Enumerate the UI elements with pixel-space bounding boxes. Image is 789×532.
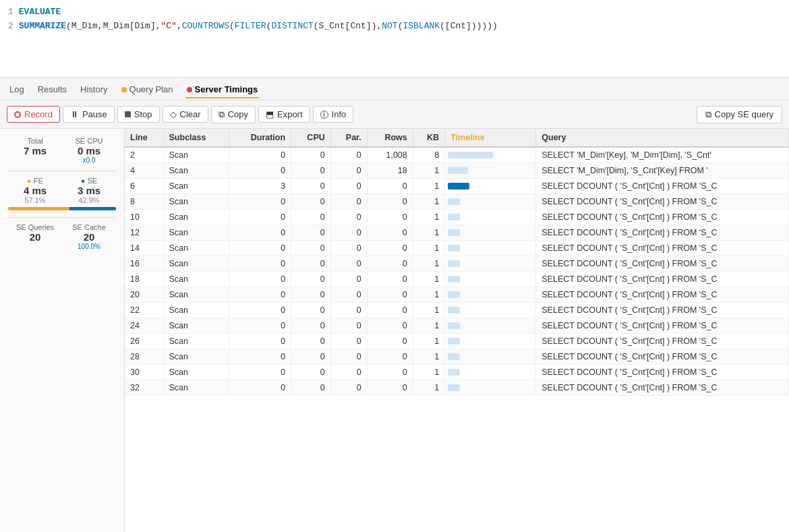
cell-rows: 0 bbox=[367, 303, 413, 318]
cell-duration: 0 bbox=[229, 318, 291, 334]
cell-line: 30 bbox=[125, 365, 163, 380]
cell-subclass: Scan bbox=[163, 225, 229, 241]
table-header-row: Line Subclass Duration CPU Par. Rows KB … bbox=[125, 129, 789, 147]
cell-query: SELECT DCOUNT ( 'S_Cnt'[Cnt] ) FROM 'S_C bbox=[536, 318, 789, 334]
table-row[interactable]: 30 Scan 0 0 0 0 1 SELECT DCOUNT ( 'S_Cnt… bbox=[125, 365, 789, 380]
table-row[interactable]: 2 Scan 0 0 0 1,008 8 SELECT 'M_Dim'[Key]… bbox=[125, 147, 789, 163]
record-button[interactable]: Record bbox=[7, 106, 60, 123]
cell-kb: 1 bbox=[413, 272, 444, 287]
cell-rows: 1,008 bbox=[367, 147, 413, 163]
table-row[interactable]: 28 Scan 0 0 0 0 1 SELECT DCOUNT ( 'S_Cnt… bbox=[125, 349, 789, 365]
record-label: Record bbox=[24, 109, 53, 119]
cell-duration: 0 bbox=[229, 303, 291, 318]
cell-timeline bbox=[445, 318, 536, 334]
se-cache-pct: 100.0% bbox=[62, 243, 116, 250]
table-row[interactable]: 6 Scan 3 0 0 0 1 SELECT DCOUNT ( 'S_Cnt'… bbox=[125, 179, 789, 194]
table-row[interactable]: 24 Scan 0 0 0 0 1 SELECT DCOUNT ( 'S_Cnt… bbox=[125, 318, 789, 334]
export-label: Export bbox=[277, 109, 303, 119]
cell-line: 8 bbox=[125, 194, 163, 210]
tab-query-plan[interactable]: Query Plan bbox=[120, 82, 175, 98]
table-row[interactable]: 32 Scan 0 0 0 0 1 SELECT DCOUNT ( 'S_Cnt… bbox=[125, 380, 789, 396]
cell-timeline bbox=[445, 163, 536, 179]
cell-query: SELECT DCOUNT ( 'S_Cnt'[Cnt] ) FROM 'S_C bbox=[536, 334, 789, 349]
cell-kb: 1 bbox=[413, 287, 444, 303]
cell-duration: 0 bbox=[229, 365, 291, 380]
info-label: Info bbox=[332, 109, 347, 119]
cell-subclass: Scan bbox=[163, 303, 229, 318]
tabs-bar: Log Results History Query Plan Server Ti… bbox=[0, 78, 789, 100]
cell-query: SELECT DCOUNT ( 'S_Cnt'[Cnt] ) FROM 'S_C bbox=[536, 365, 789, 380]
fe-se-row: ● FE 4 ms 57.1% ● SE 3 ms 42.9% bbox=[8, 177, 116, 204]
se-progress bbox=[69, 207, 116, 210]
copy-se-icon: ⧉ bbox=[705, 109, 711, 120]
cell-timeline bbox=[445, 194, 536, 210]
tab-server-timings[interactable]: Server Timings bbox=[185, 82, 260, 98]
cell-timeline bbox=[445, 179, 536, 194]
cell-cpu: 0 bbox=[291, 380, 331, 396]
cell-par: 0 bbox=[330, 287, 367, 303]
cell-subclass: Scan bbox=[163, 163, 229, 179]
se-cpu-label: SE CPU bbox=[62, 137, 116, 145]
cell-cpu: 0 bbox=[291, 365, 331, 380]
clear-button[interactable]: ◇ Clear bbox=[163, 106, 208, 123]
cell-kb: 1 bbox=[413, 179, 444, 194]
cell-rows: 0 bbox=[367, 349, 413, 365]
table-row[interactable]: 16 Scan 0 0 0 0 1 SELECT DCOUNT ( 'S_Cnt… bbox=[125, 256, 789, 272]
table-wrapper[interactable]: Line Subclass Duration CPU Par. Rows KB … bbox=[125, 129, 789, 532]
cell-line: 12 bbox=[125, 225, 163, 241]
cell-par: 0 bbox=[330, 349, 367, 365]
pause-icon: ⏸ bbox=[70, 109, 79, 119]
pause-button[interactable]: ⏸ Pause bbox=[63, 106, 115, 123]
code-editor[interactable]: 1 EVALUATE 2 SUMMARIZE(M_Dim,M_Dim[Dim],… bbox=[0, 0, 789, 78]
cell-par: 0 bbox=[330, 210, 367, 225]
cell-query: SELECT DCOUNT ( 'S_Cnt'[Cnt] ) FROM 'S_C bbox=[536, 272, 789, 287]
table-row[interactable]: 22 Scan 0 0 0 0 1 SELECT DCOUNT ( 'S_Cnt… bbox=[125, 303, 789, 318]
se-cpu-value: 0 ms bbox=[62, 145, 116, 156]
export-button[interactable]: ⬒ Export bbox=[258, 106, 310, 123]
stop-icon bbox=[125, 111, 131, 117]
divider-2 bbox=[8, 217, 116, 218]
info-button[interactable]: i Info bbox=[313, 106, 354, 123]
copy-se-button[interactable]: ⧉ Copy SE query bbox=[697, 106, 782, 123]
copy-icon: ⧉ bbox=[218, 109, 225, 120]
table-row[interactable]: 26 Scan 0 0 0 0 1 SELECT DCOUNT ( 'S_Cnt… bbox=[125, 334, 789, 349]
table-row[interactable]: 18 Scan 0 0 0 0 1 SELECT DCOUNT ( 'S_Cnt… bbox=[125, 272, 789, 287]
cell-kb: 1 bbox=[413, 365, 444, 380]
stop-button[interactable]: Stop bbox=[117, 106, 160, 123]
total-row: Total 7 ms SE CPU 0 ms x0.0 bbox=[8, 137, 116, 164]
copy-button[interactable]: ⧉ Copy bbox=[211, 106, 256, 123]
se-cpu-ratio: x0.0 bbox=[62, 156, 116, 164]
cell-duration: 0 bbox=[229, 210, 291, 225]
tab-history[interactable]: History bbox=[79, 82, 109, 98]
tab-results[interactable]: Results bbox=[36, 82, 68, 98]
se-label: ● SE bbox=[62, 177, 116, 185]
cell-par: 0 bbox=[330, 380, 367, 396]
cell-subclass: Scan bbox=[163, 287, 229, 303]
cell-duration: 0 bbox=[229, 349, 291, 365]
cell-rows: 0 bbox=[367, 380, 413, 396]
cell-query: SELECT DCOUNT ( 'S_Cnt'[Cnt] ) FROM 'S_C bbox=[536, 225, 789, 241]
cell-kb: 1 bbox=[413, 225, 444, 241]
fe-progress bbox=[8, 207, 69, 210]
cell-query: SELECT 'M_Dim'[Key], 'M_Dim'[Dim], 'S_Cn… bbox=[536, 147, 789, 163]
cell-line: 20 bbox=[125, 287, 163, 303]
cell-line: 6 bbox=[125, 179, 163, 194]
pause-label: Pause bbox=[82, 109, 107, 119]
cell-subclass: Scan bbox=[163, 318, 229, 334]
table-row[interactable]: 12 Scan 0 0 0 0 1 SELECT DCOUNT ( 'S_Cnt… bbox=[125, 225, 789, 241]
table-row[interactable]: 10 Scan 0 0 0 0 1 SELECT DCOUNT ( 'S_Cnt… bbox=[125, 210, 789, 225]
cell-subclass: Scan bbox=[163, 380, 229, 396]
table-row[interactable]: 20 Scan 0 0 0 0 1 SELECT DCOUNT ( 'S_Cnt… bbox=[125, 287, 789, 303]
total-metric-group: Total 7 ms SE CPU 0 ms x0.0 bbox=[8, 137, 116, 164]
cell-subclass: Scan bbox=[163, 334, 229, 349]
cell-rows: 0 bbox=[367, 256, 413, 272]
cell-cpu: 0 bbox=[291, 179, 331, 194]
table-row[interactable]: 8 Scan 0 0 0 0 1 SELECT DCOUNT ( 'S_Cnt'… bbox=[125, 194, 789, 210]
cell-par: 0 bbox=[330, 334, 367, 349]
tab-log[interactable]: Log bbox=[8, 82, 26, 98]
table-row[interactable]: 4 Scan 0 0 0 18 1 SELECT 'M_Dim'[Dim], '… bbox=[125, 163, 789, 179]
record-icon bbox=[14, 111, 21, 118]
cell-cpu: 0 bbox=[291, 272, 331, 287]
cell-cpu: 0 bbox=[291, 256, 331, 272]
table-row[interactable]: 14 Scan 0 0 0 0 1 SELECT DCOUNT ( 'S_Cnt… bbox=[125, 241, 789, 256]
